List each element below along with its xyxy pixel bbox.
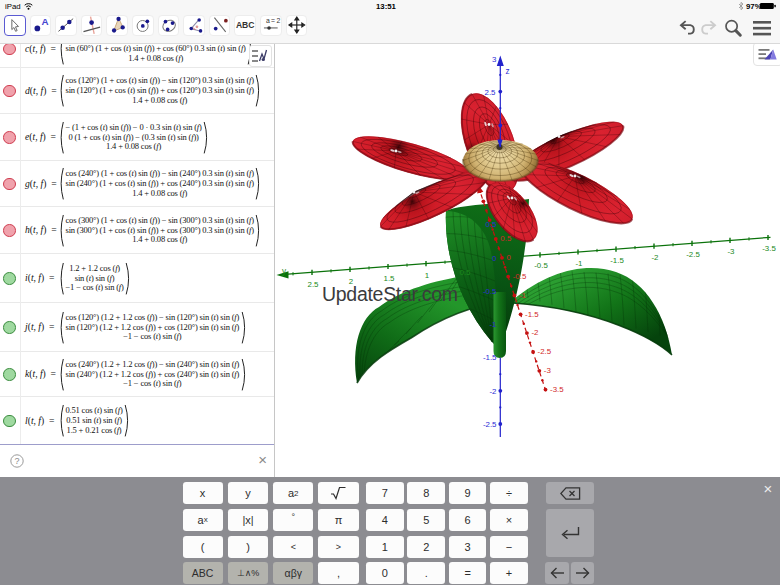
svg-text:-2: -2	[489, 387, 496, 396]
svg-text:-2.5: -2.5	[686, 250, 700, 259]
svg-text:-0.5: -0.5	[483, 287, 497, 296]
svg-text:?: ?	[14, 456, 19, 466]
svg-text:-3: -3	[727, 247, 735, 256]
svg-text:-1: -1	[489, 320, 496, 329]
svg-text:-3.5: -3.5	[550, 385, 564, 394]
svg-text:-1.5: -1.5	[483, 353, 497, 362]
svg-text:-0.5: -0.5	[513, 272, 527, 281]
svg-text:1: 1	[425, 271, 429, 280]
svg-text:-3: -3	[544, 366, 552, 375]
svg-text:0: 0	[492, 254, 497, 263]
svg-text:-1: -1	[575, 259, 582, 268]
svg-text:3: 3	[492, 55, 497, 64]
svg-text:-3.5: -3.5	[762, 244, 776, 253]
svg-text:A: A	[41, 17, 48, 28]
svg-text:0.5: 0.5	[486, 220, 498, 229]
svg-text:-0.5: -0.5	[534, 261, 548, 270]
svg-text:-2: -2	[651, 253, 658, 262]
svg-text:-1: -1	[519, 291, 526, 300]
svg-text:0.5: 0.5	[460, 268, 472, 277]
svg-text:-2.5: -2.5	[538, 347, 552, 356]
svg-text:z: z	[506, 67, 510, 76]
svg-text:-2: -2	[531, 328, 538, 337]
svg-text:2.5: 2.5	[485, 88, 497, 97]
svg-text:-1.5: -1.5	[610, 256, 624, 265]
svg-text:-1.5: -1.5	[525, 310, 539, 319]
svg-text:0.5: 0.5	[500, 234, 512, 243]
svg-text:-2.5: -2.5	[483, 420, 497, 429]
svg-text:a = 2: a = 2	[266, 17, 281, 24]
svg-text:UpdateStar.com: UpdateStar.com	[322, 283, 458, 305]
svg-text:2.5: 2.5	[308, 280, 320, 289]
svg-text:0: 0	[507, 253, 512, 262]
